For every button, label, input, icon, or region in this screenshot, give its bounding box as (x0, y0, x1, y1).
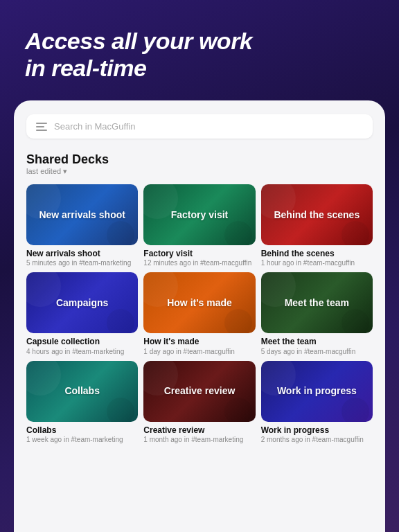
deck-thumb-how-its-made: How it's made (143, 272, 255, 333)
deck-thumb-label-work-in-progress: Work in progress (273, 381, 361, 401)
deck-thumb-label-meet-team: Meet the team (281, 293, 353, 313)
deck-item-campaigns[interactable]: Campaigns Capsule collection 4 hours ago… (26, 272, 138, 355)
deck-thumb-label-collabs: Collabs (60, 381, 104, 401)
deck-thumb-campaigns: Campaigns (26, 272, 138, 333)
deck-name-new-arrivals: New arrivals shoot (26, 249, 138, 258)
deck-item-creative-review[interactable]: Creative review Creative review 1 month … (143, 361, 255, 443)
deck-thumb-creative-review: Creative review (143, 361, 255, 422)
section-subtitle[interactable]: last edited ▾ (26, 167, 373, 176)
deck-name-how-its-made: How it's made (143, 337, 255, 346)
deck-meta-work-in-progress: 2 months ago in #team-macguffin (261, 436, 373, 443)
deck-thumb-label-behind-scenes: Behind the scenes (269, 205, 364, 225)
deck-item-collabs[interactable]: Collabs Collabs 1 week ago in #team-mark… (26, 361, 138, 443)
deck-meta-collabs: 1 week ago in #team-marketing (26, 436, 138, 443)
deck-meta-how-its-made: 1 day ago in #team-macguffin (143, 348, 255, 355)
menu-icon (36, 123, 47, 131)
section-title: Shared Decks (26, 152, 373, 167)
deck-item-behind-scenes[interactable]: Behind the scenes Behind the scenes 1 ho… (261, 184, 373, 267)
hero-title-line1: Access all your work (25, 28, 252, 54)
deck-item-meet-team[interactable]: Meet the team Meet the team 5 days ago i… (261, 272, 373, 355)
search-placeholder: Search in MacGuffin (54, 121, 136, 132)
deck-item-factory-visit[interactable]: Factory visit Factory visit 12 minutes a… (143, 184, 255, 267)
deck-item-work-in-progress[interactable]: Work in progress Work in progress 2 mont… (261, 361, 373, 443)
hero-title-line2: in real-time (25, 55, 146, 81)
deck-thumb-label-creative-review: Creative review (160, 381, 240, 401)
deck-meta-behind-scenes: 1 hour ago in #team-macguffin (261, 259, 373, 267)
deck-thumb-factory-visit: Factory visit (143, 184, 255, 245)
deck-thumb-label-factory-visit: Factory visit (167, 205, 232, 225)
hero-section: Access all your work in real-time (0, 0, 399, 96)
deck-item-how-its-made[interactable]: How it's made How it's made 1 day ago in… (143, 272, 255, 355)
deck-meta-creative-review: 1 month ago in #team-marketing (143, 436, 255, 443)
deck-thumb-label-new-arrivals: New arrivals shoot (35, 205, 130, 225)
deck-meta-new-arrivals: 5 minutes ago in #team-marketing (26, 259, 138, 267)
deck-thumb-meet-team: Meet the team (261, 272, 373, 333)
deck-item-new-arrivals[interactable]: New arrivals shoot New arrivals shoot 5 … (26, 184, 138, 267)
deck-name-meet-team: Meet the team (261, 337, 373, 346)
deck-name-collabs: Collabs (26, 425, 138, 435)
deck-meta-campaigns: 4 hours ago in #team-marketing (26, 348, 138, 355)
deck-thumb-new-arrivals: New arrivals shoot (26, 184, 138, 245)
main-card: Search in MacGuffin Shared Decks last ed… (14, 100, 385, 532)
deck-meta-meet-team: 5 days ago in #team-macguffin (261, 348, 373, 355)
deck-name-creative-review: Creative review (143, 425, 255, 435)
deck-name-campaigns: Capsule collection (26, 337, 138, 346)
deck-thumb-collabs: Collabs (26, 361, 138, 422)
deck-meta-factory-visit: 12 minutes ago in #team-macguffin (143, 259, 255, 267)
deck-thumb-behind-scenes: Behind the scenes (261, 184, 373, 245)
deck-name-work-in-progress: Work in progress (261, 425, 373, 435)
deck-name-factory-visit: Factory visit (143, 249, 255, 258)
search-bar[interactable]: Search in MacGuffin (26, 114, 373, 139)
deck-thumb-work-in-progress: Work in progress (261, 361, 373, 422)
decks-grid: New arrivals shoot New arrivals shoot 5 … (26, 184, 373, 443)
section-header: Shared Decks last edited ▾ (26, 152, 373, 176)
deck-name-behind-scenes: Behind the scenes (261, 249, 373, 258)
deck-thumb-label-how-its-made: How it's made (163, 293, 236, 313)
deck-thumb-label-campaigns: Campaigns (52, 293, 112, 313)
